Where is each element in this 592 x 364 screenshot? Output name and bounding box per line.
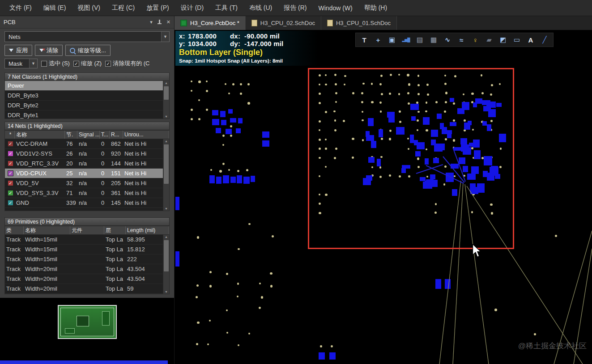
net-t: 0 bbox=[100, 160, 110, 167]
scrollbar[interactable]: ▲ ▼ bbox=[163, 81, 169, 119]
net-enable-checkbox[interactable] bbox=[5, 180, 15, 186]
nets-col-header[interactable]: Unrou... bbox=[123, 131, 169, 139]
menu-edit[interactable]: 编辑 (E) bbox=[38, 0, 72, 16]
primitive-row[interactable]: TrackWidth=15milTop La15.812 bbox=[5, 245, 163, 254]
menu-help[interactable]: 帮助 (H) bbox=[358, 0, 393, 16]
net-enable-checkbox[interactable] bbox=[5, 200, 15, 206]
grid-icon[interactable]: ▦ bbox=[427, 34, 440, 46]
tab-h3-cpu-01-schdoc[interactable]: H3_CPU_01.SchDoc bbox=[321, 16, 397, 30]
menu-design[interactable]: 设计 (D) bbox=[175, 0, 209, 16]
net-class-row[interactable]: DDR_Byte3 bbox=[5, 91, 163, 101]
checkbox-clear-existing[interactable]: 清除现有的 (C bbox=[105, 59, 149, 68]
apply-button[interactable]: 应用 bbox=[4, 45, 32, 56]
checkbox-icon bbox=[8, 200, 13, 206]
selection-box-icon[interactable]: ▣ bbox=[385, 34, 399, 46]
tuning-icon[interactable]: ≈ bbox=[455, 34, 468, 46]
primitive-row[interactable]: TrackWidth=20milTop La59 bbox=[5, 284, 163, 294]
panel-button-row: 应用 清除 缩放等级... bbox=[4, 45, 170, 56]
primitive-row[interactable]: TrackWidth=20milTop La43.504 bbox=[5, 274, 163, 284]
primitives-col-header[interactable]: 元件 bbox=[70, 226, 104, 234]
room-icon[interactable]: ▭ bbox=[510, 34, 524, 46]
scroll-down-icon[interactable]: ▼ bbox=[163, 115, 169, 118]
bar-chart-icon[interactable]: ▂▅█ bbox=[399, 34, 413, 46]
zoom-level-button[interactable]: 缩放等级... bbox=[65, 45, 111, 56]
menu-view[interactable]: 视图 (V) bbox=[72, 0, 106, 16]
scroll-up-icon[interactable]: ▲ bbox=[163, 140, 169, 143]
primitives-list: TrackWidth=15milTop La58.395TrackWidth=1… bbox=[4, 235, 170, 294]
net-class-row[interactable]: Power bbox=[5, 81, 163, 91]
tab-h3-core-pcbdoc[interactable]: H3_Core.PcbDoc * bbox=[175, 16, 246, 30]
component-icon[interactable]: ▤ bbox=[413, 34, 426, 46]
net-unrouted: Net is Hi bbox=[123, 150, 163, 157]
menu-route[interactable]: 布线 (U) bbox=[243, 0, 278, 16]
nets-col-header[interactable]: * bbox=[5, 131, 15, 139]
net-row[interactable]: GND339n/a0145Net is Hi bbox=[5, 198, 163, 208]
scroll-up-icon[interactable]: ▲ bbox=[163, 81, 169, 85]
primitives-col-header[interactable]: Length (mil) bbox=[126, 226, 169, 234]
board-thumbnail bbox=[58, 305, 117, 339]
nets-col-header[interactable]: R... bbox=[110, 131, 123, 139]
primitives-col-header[interactable]: 层 bbox=[104, 226, 126, 234]
scroll-thumb[interactable] bbox=[164, 240, 169, 271]
net-enable-checkbox[interactable] bbox=[5, 151, 15, 157]
primitive-row[interactable]: TrackWidth=15milTop La58.395 bbox=[5, 235, 163, 245]
funnel-clear-icon bbox=[39, 49, 44, 52]
net-enable-checkbox[interactable] bbox=[5, 141, 15, 147]
scrollbar[interactable]: ▲ ▼ bbox=[163, 139, 169, 211]
primitives-col-header[interactable]: 类 bbox=[5, 226, 24, 234]
panel-mode-select[interactable]: Nets ▼ bbox=[4, 31, 170, 42]
scroll-up-icon[interactable]: ▲ bbox=[163, 235, 169, 238]
text-tool-icon[interactable]: T bbox=[358, 34, 371, 46]
net-row[interactable]: VDD_5V32n/a0205Net is Hi bbox=[5, 178, 163, 188]
tab-h3-cpu-02-schdoc[interactable]: H3_CPU_02.SchDoc bbox=[246, 16, 321, 30]
net-class-row[interactable]: DDR_Byte1 bbox=[5, 110, 163, 119]
line-icon[interactable]: ╱ bbox=[538, 34, 551, 46]
scrollbar[interactable]: ▲ ▼ bbox=[163, 235, 169, 294]
menu-reports[interactable]: 报告 (R) bbox=[278, 0, 312, 16]
net-row[interactable]: VDD_SYS_3.3V71n/a0361Net is Hi bbox=[5, 188, 163, 198]
split-plane-icon[interactable]: ◩ bbox=[496, 34, 510, 46]
pcb-canvas[interactable]: x:1783.000 dx:-90.000 mil y:1034.000 dy:… bbox=[175, 30, 592, 364]
text-string-icon[interactable]: A bbox=[524, 34, 537, 46]
primitives-col-header[interactable]: 名称 bbox=[24, 226, 70, 234]
menu-window[interactable]: Window (W) bbox=[313, 0, 358, 16]
key-icon[interactable]: ♀ bbox=[468, 34, 482, 46]
net-row[interactable]: VCC-DRAM76n/a0862Net is Hi bbox=[5, 139, 163, 149]
route-icon[interactable]: ∿ bbox=[441, 34, 454, 46]
primitive-row[interactable]: TrackWidth=20milTop La43.504 bbox=[5, 264, 163, 274]
nets-col-header[interactable]: 节. bbox=[65, 131, 77, 139]
clear-button[interactable]: 清除 bbox=[35, 45, 63, 56]
pin-icon[interactable] bbox=[157, 20, 162, 25]
nets-col-header[interactable]: Signal ... bbox=[77, 131, 100, 139]
board-preview[interactable] bbox=[0, 298, 174, 364]
net-row[interactable]: VDD1V2-SYS26n/a0920Net is Hi bbox=[5, 149, 163, 159]
net-t: 0 bbox=[100, 140, 110, 147]
checkbox-select[interactable]: 选中 (S) bbox=[41, 59, 70, 68]
nets-list: VCC-DRAM76n/a0862Net is HiVDD1V2-SYS26n/… bbox=[4, 139, 170, 211]
plane-icon[interactable]: ▰ bbox=[482, 34, 496, 46]
panel-menu-chevron-icon[interactable]: ▾ bbox=[150, 19, 153, 25]
net-name: VDD_5V bbox=[15, 180, 65, 186]
checkbox-zoom[interactable]: 缩放 (Z) bbox=[73, 59, 102, 68]
menu-tools[interactable]: 工具 (T) bbox=[209, 0, 243, 16]
net-class-row[interactable]: DDR_Byte2 bbox=[5, 101, 163, 110]
scroll-thumb[interactable] bbox=[164, 144, 169, 184]
net-row[interactable]: VDD_RTC_3.3V20n/a0144Net is Hi bbox=[5, 159, 163, 169]
mask-select[interactable]: Mask ▼ bbox=[4, 59, 38, 68]
nets-col-header[interactable]: T... bbox=[100, 131, 110, 139]
crosshair-icon[interactable]: + bbox=[371, 34, 385, 46]
panel-close-icon[interactable]: ✕ bbox=[166, 19, 170, 25]
primitive-row[interactable]: TrackWidth=15milTop La222 bbox=[5, 254, 163, 264]
scroll-thumb[interactable] bbox=[164, 86, 169, 100]
net-enable-checkbox[interactable] bbox=[5, 170, 15, 176]
menu-file[interactable]: 文件 (F) bbox=[4, 0, 38, 16]
nets-col-header[interactable]: 名称 bbox=[15, 131, 65, 139]
menu-project[interactable]: 工程 (C) bbox=[106, 0, 141, 16]
scroll-down-icon[interactable]: ▼ bbox=[163, 207, 169, 210]
net-name: VDD1V2-SYS bbox=[15, 150, 65, 157]
menu-place[interactable]: 放置 (P) bbox=[141, 0, 175, 16]
net-row[interactable]: VDD-CPUX25n/a0151Net is Hi bbox=[5, 169, 163, 178]
net-enable-checkbox[interactable] bbox=[5, 161, 15, 166]
net-enable-checkbox[interactable] bbox=[5, 190, 15, 196]
scroll-down-icon[interactable]: ▼ bbox=[163, 290, 169, 293]
